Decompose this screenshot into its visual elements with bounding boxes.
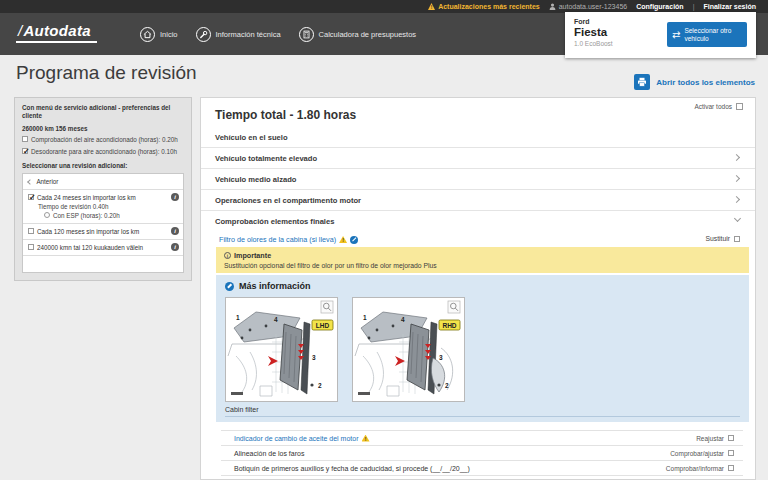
chevron-right-icon <box>733 154 740 161</box>
revision-program-card: Activar todos Tiempo total - 1.80 horas … <box>200 97 756 480</box>
checkbox[interactable] <box>728 465 734 471</box>
checkbox[interactable] <box>28 228 34 234</box>
checkbox[interactable] <box>728 435 734 441</box>
checkbox[interactable] <box>22 136 28 142</box>
calculator-icon <box>299 27 314 42</box>
option-aire-acondicionado[interactable]: Comprobación del aire acondicionado (hor… <box>22 136 184 144</box>
nav-item-informacion-tecnica[interactable]: Información técnica <box>196 27 281 42</box>
svg-text:3: 3 <box>312 354 316 361</box>
revision-list: Anterior Cada 24 meses sin importar los … <box>22 173 184 273</box>
logo-text: Autodata <box>23 22 90 39</box>
final-checks-list: Indicador de cambio de aceite del motor … <box>216 430 749 480</box>
wrench-icon <box>196 27 211 42</box>
activate-all-toggle[interactable]: Activar todos <box>694 103 743 110</box>
divider: | <box>693 3 695 10</box>
action-sustituir: Sustituir <box>705 235 740 242</box>
vehicle-panel: Ford Fiesta 1.0 EcoBoost ⇄ Seleccionar o… <box>565 12 756 58</box>
checkbox[interactable] <box>28 244 34 250</box>
task-botiquin: Botiquín de primeros auxilios y fecha de… <box>221 460 743 475</box>
nav-item-calculadora[interactable]: Calculadora de presupuestos <box>299 27 417 42</box>
sidebar-header: Con menú de servicio adicional - prefere… <box>22 104 184 120</box>
svg-text:2: 2 <box>318 382 322 389</box>
checkbox[interactable] <box>736 103 743 110</box>
option-desodorante[interactable]: Desodorante para aire acondicionado (hor… <box>22 148 184 156</box>
logo-slash: / <box>18 22 22 39</box>
task-alineacion-faros: Alineación de los faros Comprobar/ajusta… <box>221 445 743 460</box>
main-nav: Inicio Información técnica Calculadora d… <box>140 13 416 55</box>
diagram-caption: Cabin filter <box>225 406 740 417</box>
service-preferences: Comprobación del aire acondicionado (hor… <box>22 136 184 155</box>
more-info-box: Más información <box>216 275 749 422</box>
recent-updates-link[interactable]: ! Actualizaciones más recientes <box>428 3 540 10</box>
diagram-lhd[interactable]: LHD 1 4 3 2 <box>225 297 338 402</box>
revision-item-120-meses[interactable]: Cada 120 meses sin importar los km <box>23 224 183 240</box>
select-revision-label: Seleccionar una revisión adicional: <box>22 162 184 169</box>
diagram-rhd[interactable]: RHD 1 4 3 2 <box>352 297 465 402</box>
task-chaleco: Chaleco de alta visibilidad, si procede … <box>221 475 743 480</box>
warning-icon: ! <box>362 435 370 442</box>
wrench-circle-icon <box>225 282 234 291</box>
checkbox[interactable] <box>728 450 734 456</box>
chevron-down-icon <box>734 215 741 222</box>
logout-link[interactable]: Finalizar sesión <box>703 3 756 10</box>
important-notice: i Importante Sustitución opcional del fi… <box>216 247 749 273</box>
expanded-section-content: Filtro de olores de la cabina (si lleva)… <box>216 231 749 480</box>
task-indicador-aceite: Indicador de cambio de aceite del motor … <box>221 430 743 445</box>
section-vehiculo-medio-alzado[interactable]: Vehículo medio alzado <box>201 168 755 189</box>
warning-icon: ! <box>428 3 435 10</box>
list-filler <box>23 256 183 272</box>
esp-option[interactable]: Con ESP (horas): 0.20h <box>44 212 178 219</box>
home-icon <box>140 27 155 42</box>
revision-item-240000-km[interactable]: 240000 kmn tai 120 kuukauden välein <box>23 240 183 256</box>
select-vehicle-button[interactable]: ⇄ Seleccionar otro vehículo <box>667 22 747 47</box>
settings-link[interactable]: Configuración <box>636 3 683 10</box>
previous-button[interactable]: Anterior <box>23 174 183 190</box>
total-time-heading: Tiempo total - 1.80 horas <box>215 108 741 122</box>
more-info-title: Más información <box>225 281 740 291</box>
svg-text:2: 2 <box>445 382 449 389</box>
checkbox[interactable] <box>734 236 740 242</box>
warning-icon: ! <box>339 236 347 243</box>
section-operaciones-compartimento-motor[interactable]: Operaciones en el compartimento motor <box>201 189 755 210</box>
info-circle-icon: i <box>224 252 231 259</box>
chevron-left-icon <box>27 179 33 185</box>
section-comprobacion-elementos-finales[interactable]: Comprobación elementos finales <box>201 210 755 231</box>
revision-item-24-meses[interactable]: Cada 24 meses sin importar los km Tiempo… <box>23 190 183 224</box>
service-options-sidebar: Con menú de servicio adicional - prefere… <box>14 97 192 281</box>
swap-icon: ⇄ <box>672 29 680 41</box>
section-vehiculo-en-el-suelo[interactable]: Vehículo en el suelo <box>201 127 755 147</box>
diagram-panels: LHD 1 4 3 2 <box>225 297 740 402</box>
info-icon[interactable] <box>171 227 179 235</box>
more-info-icon[interactable] <box>350 236 358 244</box>
checkbox[interactable] <box>22 148 28 154</box>
nav-item-inicio[interactable]: Inicio <box>140 27 178 42</box>
chevron-right-icon <box>733 175 740 182</box>
cabin-filter-diagram-rhd: RHD 1 4 3 2 <box>353 298 464 401</box>
svg-text:1: 1 <box>236 314 240 321</box>
print-icon[interactable] <box>634 74 650 90</box>
important-title: i Importante <box>224 251 741 260</box>
user-account[interactable]: autodata.user-123456 <box>549 3 628 10</box>
info-icon[interactable] <box>171 243 179 251</box>
section-vehiculo-totalmente-elevado[interactable]: Vehículo totalmente elevado <box>201 147 755 168</box>
open-all-elements[interactable]: Abrir todos los elementos <box>634 74 755 90</box>
magnifier-icon[interactable] <box>321 301 333 313</box>
cabin-filter-item-row: Filtro de olores de la cabina (si lleva)… <box>216 231 749 247</box>
rhd-badge: RHD <box>442 322 456 329</box>
info-icon[interactable] <box>171 193 179 201</box>
cabin-filter-diagram-lhd: LHD 1 4 3 2 <box>226 298 337 401</box>
oil-change-indicator-link[interactable]: Indicador de cambio de aceite del motor <box>234 435 359 442</box>
important-text: Sustitución opcional del filtro de olor … <box>224 262 741 269</box>
radio-button[interactable] <box>44 212 50 218</box>
magnifier-icon[interactable] <box>448 301 460 313</box>
svg-text:4: 4 <box>401 316 405 323</box>
chevron-right-icon <box>733 196 740 203</box>
autodata-logo[interactable]: /Autodata <box>16 22 97 43</box>
lhd-badge: LHD <box>316 322 330 329</box>
svg-text:1: 1 <box>363 314 367 321</box>
page-title: Programa de revisión <box>16 62 197 84</box>
cabin-filter-link[interactable]: Filtro de olores de la cabina (si lleva) <box>219 235 336 244</box>
revision-time: Tiempo de revisión 0.40h <box>38 203 178 210</box>
checkbox[interactable] <box>28 194 34 200</box>
user-icon <box>549 3 556 10</box>
